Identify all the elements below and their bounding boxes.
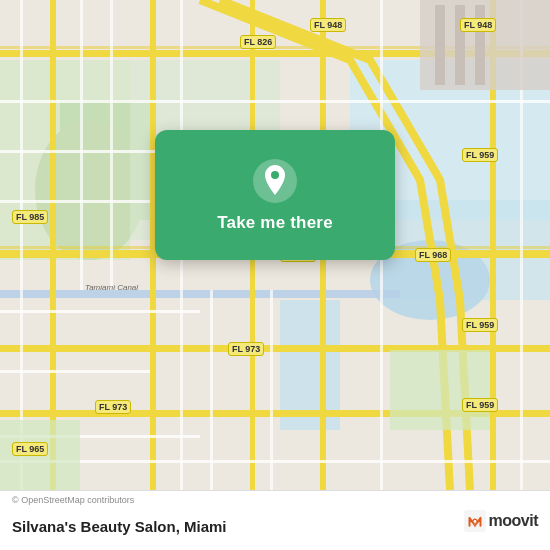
action-card-label: Take me there bbox=[217, 213, 333, 233]
bottom-info-bar: © OpenStreetMap contributors Silvana's B… bbox=[0, 490, 550, 550]
take-me-there-button[interactable]: Take me there bbox=[155, 130, 395, 260]
fl-badge: FL 959 bbox=[462, 148, 498, 162]
fl-badge: FL 959 bbox=[462, 318, 498, 332]
map-view: FL 948 FL 948 FL 826 FL 959 FL 985 FL 96… bbox=[0, 0, 550, 490]
place-name: Silvana's Beauty Salon, Miami bbox=[12, 518, 226, 535]
fl-badge: FL 968 bbox=[415, 248, 451, 262]
canal-label: Tamiami Canal bbox=[85, 283, 138, 292]
fl-badge: FL 973 bbox=[95, 400, 131, 414]
svg-rect-40 bbox=[390, 350, 490, 430]
moovit-logo: moovit bbox=[464, 510, 538, 532]
fl-badge: FL 948 bbox=[460, 18, 496, 32]
svg-rect-28 bbox=[20, 0, 23, 490]
svg-rect-30 bbox=[110, 0, 113, 290]
fl-badge: FL 965 bbox=[12, 442, 48, 456]
svg-point-43 bbox=[271, 171, 279, 179]
svg-point-45 bbox=[473, 519, 476, 522]
map-attribution: © OpenStreetMap contributors bbox=[12, 495, 134, 505]
svg-rect-32 bbox=[210, 290, 213, 490]
fl-badge: FL 948 bbox=[310, 18, 346, 32]
svg-rect-24 bbox=[0, 310, 200, 313]
svg-rect-38 bbox=[455, 5, 465, 85]
location-pin-icon bbox=[251, 157, 299, 205]
svg-rect-33 bbox=[270, 290, 273, 490]
svg-rect-29 bbox=[80, 0, 83, 290]
svg-rect-9 bbox=[0, 290, 400, 298]
svg-rect-39 bbox=[475, 5, 485, 85]
fl-badge: FL 973 bbox=[228, 342, 264, 356]
fl-badge: FL 959 bbox=[462, 398, 498, 412]
moovit-logo-text: moovit bbox=[489, 512, 538, 530]
svg-rect-37 bbox=[435, 5, 445, 85]
fl-badge: FL 826 bbox=[240, 35, 276, 49]
svg-rect-16 bbox=[50, 0, 56, 490]
fl-badge: FL 985 bbox=[12, 210, 48, 224]
svg-rect-27 bbox=[0, 460, 550, 463]
moovit-logo-icon bbox=[464, 510, 486, 532]
